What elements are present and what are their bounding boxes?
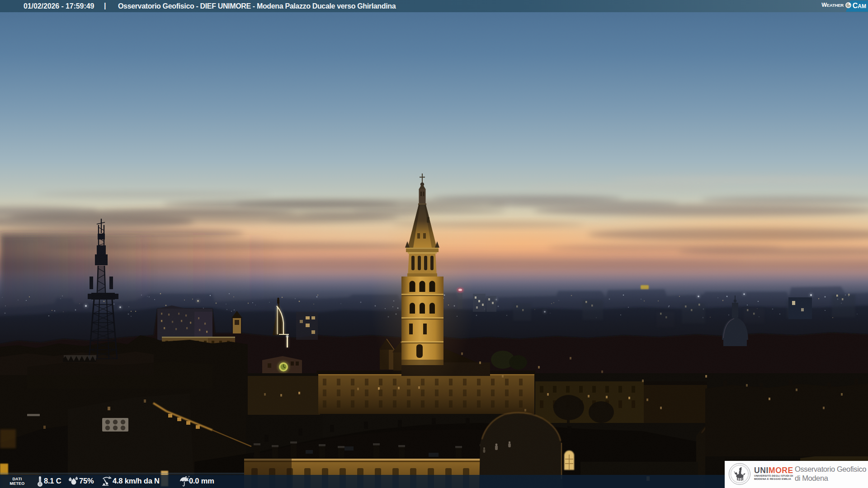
svg-text:1175: 1175 [738,479,741,481]
